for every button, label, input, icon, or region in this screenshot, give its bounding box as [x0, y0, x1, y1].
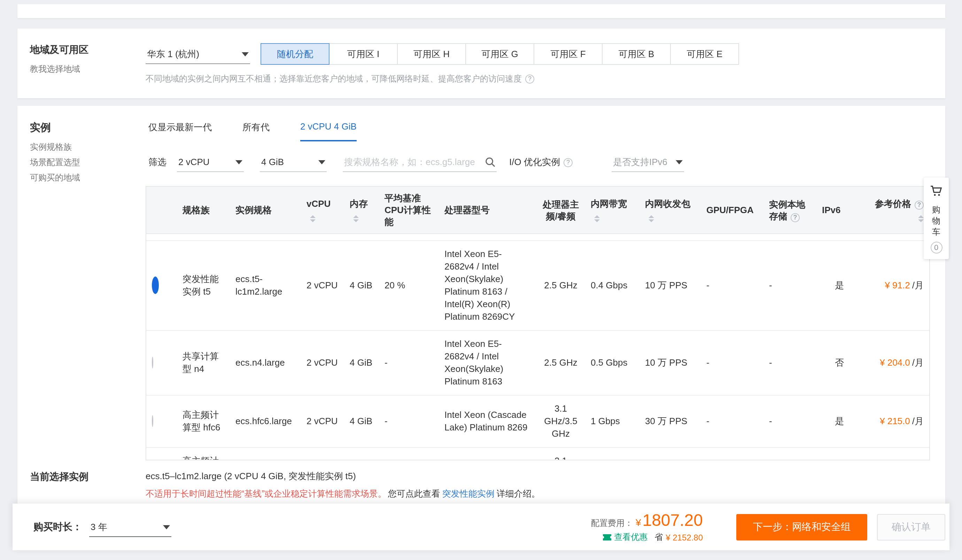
search-icon[interactable]: [485, 157, 495, 167]
instance-table: 规格族 实例规格 vCPU 内存 平均基准CPU计算性能 处理器型号 处理器主频…: [145, 186, 930, 460]
link-instance-families[interactable]: 实例规格族: [30, 141, 145, 153]
gpu-text: -: [706, 416, 710, 426]
zone-tab-label: 可用区 G: [481, 49, 518, 59]
processor-text: Intel Xeon E5-2682v4 / Intel Xeon(Skylak…: [444, 249, 515, 322]
col-label: 内网收发包: [645, 199, 690, 209]
zone-tab-label: 可用区 E: [687, 49, 723, 59]
vcpu-text: 2 vCPU: [307, 357, 338, 368]
tab-latest-generation[interactable]: 仅显示最新一代: [148, 121, 212, 141]
help-icon[interactable]: [791, 213, 800, 222]
link-scenario-config[interactable]: 场景配置选型: [30, 157, 145, 168]
gpu-text: -: [706, 357, 710, 368]
zone-tab-label: 随机分配: [277, 49, 313, 59]
zone-tab-b[interactable]: 可用区 B: [602, 43, 671, 65]
next-step-button[interactable]: 下一步：网络和安全组: [736, 514, 867, 540]
zone-tab-g[interactable]: 可用区 G: [465, 43, 534, 65]
vcpu-filter-select[interactable]: 2 vCPU: [177, 153, 244, 172]
radio-selected[interactable]: [152, 276, 159, 294]
ipv6-filter-value: 是否支持IPv6: [613, 157, 667, 167]
col-pps: 内网收发包: [639, 187, 701, 234]
region-select[interactable]: 华东 1 (杭州): [145, 45, 250, 64]
region-hint: 不同地域的实例之间内网互不相通；选择靠近您客户的地域，可降低网络时延、提高您客户…: [145, 73, 522, 85]
price-text: ¥ 204.0: [880, 357, 910, 368]
view-discount-link[interactable]: 查看优惠: [614, 531, 647, 543]
col-frequency: 处理器主频/睿频: [536, 187, 585, 234]
shopping-cart-widget[interactable]: 购物车 0: [924, 178, 949, 259]
cell-spec: ecs.hfc6.large: [230, 395, 301, 447]
sort-icon[interactable]: [918, 215, 924, 222]
tab-all-generations[interactable]: 所有代: [242, 121, 270, 141]
zone-tab-f[interactable]: 可用区 F: [534, 43, 602, 65]
burstable-instance-link[interactable]: 突发性能实例: [442, 489, 495, 499]
instance-row-t5[interactable]: 突发性能实例 t5 ecs.t5-lc1m2.large 2 vCPU 4 Gi…: [146, 241, 929, 331]
cell-family: 高主频计算型 hfc6: [177, 395, 230, 447]
region-help-link[interactable]: 教我选择地域: [30, 63, 145, 74]
instance-row-hfc6[interactable]: 高主频计算型 hfc6 ecs.hfc6.large 2 vCPU 4 GiB …: [146, 395, 929, 447]
zone-tab-i[interactable]: 可用区 I: [329, 43, 398, 65]
cell-gpu: -: [701, 241, 763, 331]
memory-filter-select[interactable]: 4 GiB: [260, 153, 327, 172]
col-label: GPU/FPGA: [706, 205, 754, 215]
col-spec: 实例规格: [230, 187, 301, 234]
cell-pps: 30 万 PPS: [639, 395, 701, 447]
spec-search-input[interactable]: [343, 153, 481, 171]
cell-bandwidth: 0.5 Gbps: [585, 331, 639, 395]
cart-label: 购物车: [932, 204, 941, 237]
radio-unselected[interactable]: [152, 357, 153, 368]
help-icon[interactable]: [525, 74, 534, 84]
instance-title: 实例: [30, 121, 145, 134]
confirm-order-button[interactable]: 确认订单: [877, 514, 945, 540]
help-icon[interactable]: [915, 200, 924, 210]
memory-text: 4 GiB: [350, 416, 372, 426]
instance-row-hfc5[interactable]: 高主频计算型 hfc5 ecs.hfc5.large 2 vCPU 4 GiB …: [146, 447, 929, 460]
chevron-down-icon: [676, 160, 683, 165]
zone-tab-label: 可用区 I: [347, 49, 379, 59]
family-text: 高主频计算型 hfc5: [182, 455, 220, 460]
memory-filter-value: 4 GiB: [261, 157, 284, 167]
processor-text: Intel Xeon E5-2682v4 / Intel Xeon(Skylak…: [444, 339, 503, 387]
col-bandwidth: 内网带宽: [585, 187, 639, 234]
local-storage-text: -: [769, 357, 772, 368]
instance-label-col: 实例 实例规格族 场景配置选型 可购买的地域: [18, 121, 145, 460]
baseline-text: -: [384, 357, 387, 368]
cart-count-badge: 0: [930, 242, 942, 253]
warning-text: 不适用于长时间超过性能“基线”或企业稳定计算性能需求场景。: [145, 489, 387, 499]
help-icon[interactable]: [563, 158, 573, 167]
cell-price: ¥ 91.2/月: [862, 241, 929, 331]
col-label: 实例本地存储: [769, 199, 805, 221]
vcpu-text: 2 vCPU: [307, 416, 338, 426]
chevron-down-icon: [163, 525, 170, 529]
sort-icon[interactable]: [594, 215, 600, 222]
tab-2vcpu-4gib[interactable]: 2 vCPU 4 GiB: [300, 121, 357, 141]
duration-select[interactable]: 3 年: [89, 517, 171, 537]
cell-radio: [146, 331, 177, 395]
zone-tab-random[interactable]: 随机分配: [260, 43, 329, 65]
zone-tab-h[interactable]: 可用区 H: [397, 43, 466, 65]
local-storage-text: -: [769, 416, 772, 426]
cell-vcpu: 2 vCPU: [301, 395, 344, 447]
cell-local-storage: -: [763, 241, 817, 331]
cell-vcpu: 2 vCPU: [301, 331, 344, 395]
sort-icon[interactable]: [649, 215, 654, 222]
zone-tab-e[interactable]: 可用区 E: [670, 43, 739, 65]
link-purchasable-regions[interactable]: 可购买的地域: [30, 172, 145, 183]
cell-spec: ecs.t5-lc1m2.large: [230, 241, 301, 331]
zone-tab-label: 可用区 H: [413, 49, 450, 59]
col-label: IPv6: [822, 205, 841, 215]
warning-end-text: 详细介绍。: [497, 489, 540, 499]
cell-memory: 4 GiB: [344, 241, 379, 331]
col-label: 参考价格: [875, 199, 911, 209]
fee-label: 配置费用：: [591, 518, 633, 529]
ipv6-filter-select[interactable]: 是否支持IPv6: [612, 153, 684, 172]
cell-frequency: 3.1 GHz/3.4: [536, 447, 585, 460]
col-family: 规格族: [177, 187, 230, 234]
cell-gpu: -: [701, 331, 763, 395]
current-selection-title: 当前选择实例: [30, 470, 145, 483]
radio-unselected[interactable]: [152, 415, 153, 427]
cell-vcpu: 2 vCPU: [301, 241, 344, 331]
instance-row-n4[interactable]: 共享计算型 n4 ecs.n4.large 2 vCPU 4 GiB - Int…: [146, 331, 929, 395]
sort-icon[interactable]: [310, 215, 316, 222]
col-label: 内存: [350, 199, 368, 209]
pps-text: 10 万 PPS: [645, 357, 687, 368]
sort-icon[interactable]: [353, 215, 359, 222]
